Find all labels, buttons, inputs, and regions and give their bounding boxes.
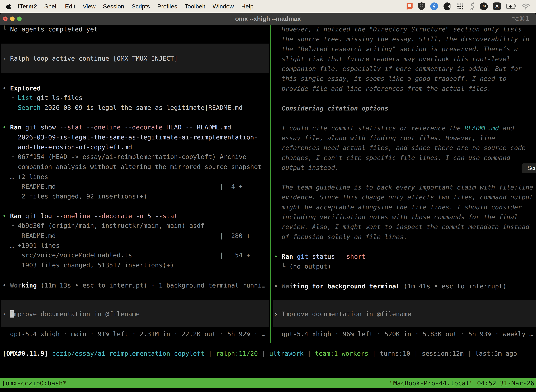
terminal-line: 2 files changed, 92 insertions(+) — [0, 191, 270, 201]
terminal-line: However, I noticed the "Directory Struct… — [272, 25, 536, 34]
hook-icon[interactable] — [469, 2, 474, 10]
ran-git-show-line: • Ran git show --stat --oneline --decora… — [0, 122, 270, 132]
terminal-line: companion analysis without altering the … — [0, 162, 270, 172]
menu-profiles[interactable]: Profiles — [157, 3, 177, 10]
menu-session[interactable]: Session — [103, 3, 124, 10]
terminal-line: essay file, along with finding root file… — [272, 133, 536, 143]
terminal-line: src/voice/voiceModeEnabled.ts | 54 + — [0, 250, 270, 260]
blue-badge-icon[interactable] — [430, 2, 438, 10]
terminal-line: └ 067f154 (HEAD -> essay/ai-reimplementa… — [0, 152, 270, 162]
terminal-line: … +2 lines — [0, 172, 270, 182]
terminal-line: including verification notes with those … — [272, 212, 536, 222]
prompt-input-right[interactable]: › Improve documentation in @filename — [272, 309, 536, 319]
agents-status-line: └ No agents completed yet — [0, 25, 270, 34]
session-stats-left: gpt-5.4 xhigh · main · 91% left · 2.31M … — [0, 329, 270, 339]
menu-bar-status-icons: ..61 A — [405, 2, 536, 10]
pane-divider-vertical[interactable] — [270, 25, 271, 343]
tmux-host-clock-label: "MacBook-Pro-44.local" 04:52 31-Mar-26 — [389, 379, 536, 387]
terminal-line: … +1901 lines — [0, 241, 270, 250]
terminal-line: changes, I can't cite specific file line… — [272, 153, 536, 163]
terminal-line: might be acceptable alongside the file l… — [272, 202, 536, 212]
terminal-line: 1903 files changed, 513517 insertions(+) — [0, 260, 270, 270]
ran-git-status-line: • Ran git status --short — [272, 252, 536, 261]
menu-bar: iTerm2ShellEditViewSessionScriptsProfile… — [0, 0, 536, 13]
waiting-status-line: • Waiting for background terminal (1m 41… — [272, 281, 536, 291]
iterm-window: omx --xhigh --madmax ⌥⌘1 └ No agents com… — [0, 13, 536, 392]
ran-git-log-line: • Ran git log --oneline --decorate -n 5 … — [0, 211, 270, 221]
terminal-line: companion file, especially if more comme… — [272, 64, 536, 74]
terminal-line: review. Also, I might want to inspect th… — [272, 222, 536, 232]
badge-61-icon[interactable]: ..61 — [480, 2, 488, 10]
window-shortcut-badge: ⌥⌘1 — [512, 13, 529, 25]
menu-view[interactable]: View — [83, 3, 96, 10]
screen-tooltip: Scre — [522, 163, 536, 173]
terminal-line: references need actual files, and since … — [272, 143, 536, 153]
menu-help[interactable]: Help — [241, 3, 254, 10]
menu-items: iTerm2ShellEditViewSessionScriptsProfile… — [14, 3, 257, 10]
tmux-status-bar: [omx-cczip0:bash* "MacBook-Pro-44.local"… — [0, 378, 536, 388]
terminal-line: evidence. Since this change only affects… — [272, 192, 536, 202]
window-title: omx --xhigh --madmax — [0, 13, 536, 25]
explored-list-line: └ List git ls-files — [0, 93, 270, 103]
terminal-line: README.md | 280 + — [0, 231, 270, 241]
battery-icon[interactable] — [506, 2, 516, 10]
working-status-line: • Working (11m 13s • esc to interrupt) ·… — [0, 280, 270, 290]
menu-scripts[interactable]: Scripts — [132, 3, 150, 10]
explored-search-line: Search 2026-03-09-is-legal-the-same-as-l… — [0, 103, 270, 112]
terminal-line: │ and-the-erosion-of-copyleft.md — [0, 142, 270, 152]
menu-iterm2[interactable]: iTerm2 — [18, 3, 37, 10]
terminal-line: └ (no output) — [272, 261, 536, 271]
menu-edit[interactable]: Edit — [65, 3, 76, 10]
tmux-session-label: [omx-cczip0:bash* — [0, 379, 67, 387]
input-source-label: A — [493, 2, 501, 10]
pane-divider-horizontal-left — [0, 343, 271, 343]
terminal-line: of focusing solely on file lines. — [272, 232, 536, 242]
session-stats-right: gpt-5.4 xhigh · 96% left · 520K in · 5.8… — [272, 329, 536, 339]
terminal-line: └ 4b9d30f (origin/main, instructkr/main,… — [0, 221, 270, 231]
prompt-input-left[interactable]: › Improve documentation in @filename — [0, 309, 270, 319]
terminal-line: the "Related research writing" section i… — [272, 44, 536, 54]
terminal-line: README.md | 4 + — [0, 182, 270, 191]
menu-window[interactable]: Window — [213, 3, 234, 10]
record-circle-icon[interactable] — [444, 2, 451, 10]
right-terminal-pane[interactable]: However, I noticed the "Directory Struct… — [272, 25, 536, 343]
terminal-line: output instead. — [272, 163, 536, 173]
menu-toolbelt[interactable]: Toolbelt — [185, 3, 205, 10]
shield-icon[interactable] — [418, 2, 425, 10]
input-source-icon[interactable]: A — [493, 2, 501, 10]
terminal-line: this single essay, it seems like a good … — [272, 74, 536, 84]
badge-61-label: ..61 — [480, 2, 488, 10]
terminal-line: slight risk that future readers may over… — [272, 54, 536, 64]
wifi-icon[interactable] — [522, 2, 530, 10]
pane-divider-horizontal-right — [271, 343, 536, 343]
reasoning-heading: Considering citation options — [272, 103, 536, 113]
terminal-content: └ No agents completed yet› Ralph loop ac… — [0, 25, 536, 392]
chat-app-icon[interactable] — [405, 2, 413, 10]
omx-status-line: [OMX#0.11.9] cczip/essay/ai-reimplementa… — [0, 349, 536, 359]
terminal-line: the source tree, missing the essay. Stil… — [272, 34, 536, 44]
terminal-line: │ 2026-03-09-is-legal-the-same-as-legiti… — [0, 132, 270, 142]
window-title-bar[interactable]: omx --xhigh --madmax ⌥⌘1 — [0, 13, 536, 25]
terminal-line: The team guideline is to back every impo… — [272, 182, 536, 192]
menu-shell[interactable]: Shell — [44, 3, 58, 10]
ralph-inject-line: › Ralph loop active continue [OMX_TMUX_I… — [0, 54, 270, 63]
explored-header: • Explored — [0, 84, 270, 93]
left-terminal-pane[interactable]: └ No agents completed yet› Ralph loop ac… — [0, 25, 270, 343]
terminal-line: provide file and line references from th… — [272, 84, 536, 93]
terminal-line: I could cite commit statistics or refere… — [272, 123, 536, 133]
apple-icon[interactable] — [6, 3, 12, 9]
dots-grid-icon[interactable] — [456, 2, 464, 10]
